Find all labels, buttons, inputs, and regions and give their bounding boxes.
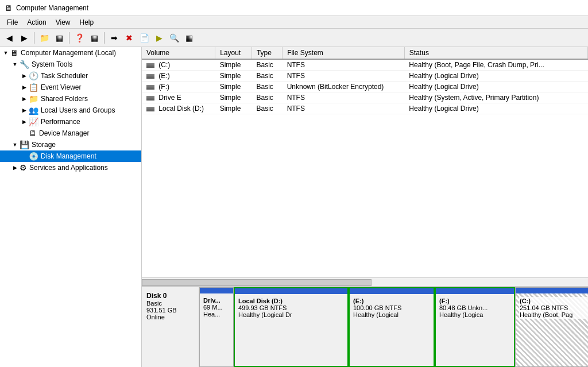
table-row[interactable]: Local Disk (D:) Simple Basic NTFS Health… [142, 103, 588, 114]
device-manager-label: Device Manager [39, 129, 89, 137]
partition-status: Healthy (Logica [439, 311, 510, 318]
table-row[interactable]: (C:) Simple Basic NTFS Healthy (Boot, Pa… [142, 59, 588, 71]
expand-local-users[interactable]: ▶ [20, 106, 29, 115]
task-scheduler-icon: 🕐 [29, 71, 38, 80]
disk-visualization: Disk 0 Basic 931.51 GB Online Driv... 69… [142, 287, 588, 367]
disk-label: Disk 0 Basic 931.51 GB Online [142, 287, 199, 367]
local-users-icon: 👥 [29, 106, 38, 115]
menu-file[interactable]: File [2, 17, 22, 28]
partition-name: (F:) [439, 298, 510, 304]
table-row[interactable]: (F:) Simple Basic Unknown (BitLocker Enc… [142, 82, 588, 92]
partition-name: Local Disk (D:) [238, 298, 344, 304]
partition-size: 499.93 GB NTFS [238, 304, 344, 311]
app-title: Computer Management [16, 4, 88, 12]
sidebar-item-local-users[interactable]: ▶ 👥 Local Users and Groups [0, 105, 141, 116]
view-button[interactable]: ▦ [87, 31, 101, 45]
storage-icon: 💾 [20, 140, 29, 149]
sidebar-item-storage[interactable]: ▼ 💾 Storage [0, 139, 141, 150]
partition-size: 69 M... [203, 304, 230, 311]
horizontal-scrollbar[interactable] [142, 277, 588, 287]
forward-button[interactable]: ▶ [17, 31, 31, 45]
col-volume[interactable]: Volume [142, 47, 215, 59]
disk-online-status: Online [146, 314, 194, 320]
disk-partition[interactable]: (F:) 80.48 GB Unkn... Healthy (Logica [435, 287, 515, 367]
sidebar-item-task-scheduler[interactable]: ▶ 🕐 Task Scheduler [0, 70, 141, 82]
partition-status: Healthy (Logical Dr [238, 311, 344, 318]
main-layout: ▼ 🖥 Computer Management (Local) ▼ 🔧 Syst… [0, 47, 588, 367]
local-users-label: Local Users and Groups [41, 106, 115, 114]
expand-event-viewer[interactable]: ▶ [20, 83, 29, 92]
table-area[interactable]: Volume Layout Type File System Status (C… [142, 47, 588, 277]
services-apps-label: Services and Applications [29, 164, 108, 172]
expand-root[interactable]: ▼ [1, 48, 10, 57]
expand-performance[interactable]: ▶ [20, 117, 29, 126]
system-tools-label: System Tools [32, 60, 72, 68]
sidebar-item-device-manager[interactable]: ▶ 🖥 Device Manager [0, 128, 141, 139]
col-type[interactable]: Type [252, 47, 282, 59]
disk-row: Disk 0 Basic 931.51 GB Online Driv... 69… [142, 287, 588, 367]
col-filesystem[interactable]: File System [283, 47, 405, 59]
col-layout[interactable]: Layout [215, 47, 252, 59]
shared-folders-icon: 📁 [29, 94, 38, 103]
disk-partition[interactable]: (C:) 251.04 GB NTFS Healthy (Boot, Pag [515, 287, 588, 367]
partition-name: Driv... [203, 297, 230, 304]
grid-button[interactable]: ▦ [52, 31, 66, 45]
cell-type: Basic [252, 92, 282, 103]
sidebar-item-shared-folders[interactable]: ▶ 📁 Shared Folders [0, 93, 141, 105]
table-row[interactable]: (E:) Simple Basic NTFS Healthy (Logical … [142, 71, 588, 82]
toolbar: ◀ ▶ 📁 ▦ ❓ ▦ ➡ ✖ 📄 ▶ 🔍 ▦ [0, 29, 588, 47]
search-button[interactable]: 🔍 [167, 31, 181, 45]
scroll-thumb[interactable] [142, 279, 372, 286]
disk-type: Basic [146, 300, 194, 307]
content-area: Volume Layout Type File System Status (C… [142, 47, 588, 367]
cell-filesystem: Unknown (BitLocker Encrypted) [283, 82, 405, 92]
sidebar-item-event-viewer[interactable]: ▶ 📋 Event Viewer [0, 82, 141, 93]
disk-table: Volume Layout Type File System Status (C… [142, 47, 588, 114]
back-button[interactable]: ◀ [2, 31, 16, 45]
disk-partition[interactable]: (E:) 100.00 GB NTFS Healthy (Logical [349, 287, 435, 367]
sidebar-item-services-apps[interactable]: ▶ ⚙ Services and Applications [0, 162, 141, 173]
cell-layout: Simple [215, 103, 252, 114]
disk-partition[interactable]: Driv... 69 M... Hea... [199, 287, 234, 367]
start-button[interactable]: ▶ [152, 31, 166, 45]
expand-system-tools[interactable]: ▼ [10, 60, 20, 69]
partition-size: 80.48 GB Unkn... [439, 304, 510, 311]
cell-filesystem: NTFS [283, 103, 405, 114]
folder-button[interactable]: 📁 [37, 31, 51, 45]
partition-status: Healthy (Boot, Pag [520, 311, 588, 318]
root-label: Computer Management (Local) [21, 49, 116, 57]
cell-layout: Simple [215, 59, 252, 71]
help-button[interactable]: ❓ [72, 31, 86, 45]
services-apps-icon: ⚙ [20, 163, 27, 172]
task-scheduler-label: Task Scheduler [41, 72, 88, 80]
disk-partition[interactable]: Local Disk (D:) 499.93 GB NTFS Healthy (… [234, 287, 349, 367]
menu-view[interactable]: View [51, 17, 75, 28]
expand-task-scheduler[interactable]: ▶ [20, 71, 29, 80]
cell-layout: Simple [215, 82, 252, 92]
action-button[interactable]: ➡ [107, 31, 121, 45]
sidebar-item-disk-management[interactable]: ▶ 💿 Disk Management [0, 150, 141, 162]
cell-volume: Local Disk (D:) [142, 103, 215, 114]
expand-shared-folders[interactable]: ▶ [20, 94, 29, 103]
sidebar-item-root[interactable]: ▼ 🖥 Computer Management (Local) [0, 47, 141, 59]
menu-bar: File Action View Help [0, 16, 588, 29]
sidebar-item-system-tools[interactable]: ▼ 🔧 System Tools [0, 59, 141, 70]
more-button[interactable]: ▦ [182, 31, 196, 45]
disk-partitions: Driv... 69 M... Hea... Local Disk (D:) 4… [199, 287, 588, 367]
expand-storage[interactable]: ▼ [10, 140, 20, 149]
expand-services-apps[interactable]: ▶ [10, 163, 20, 172]
toolbar-sep-1 [34, 32, 34, 44]
partition-name: (C:) [520, 298, 588, 304]
sidebar-item-performance[interactable]: ▶ 📈 Performance [0, 116, 141, 128]
performance-icon: 📈 [29, 117, 38, 126]
delete-button[interactable]: ✖ [122, 31, 136, 45]
menu-help[interactable]: Help [75, 17, 99, 28]
col-status[interactable]: Status [404, 47, 587, 59]
properties-button[interactable]: 📄 [137, 31, 151, 45]
cell-filesystem: NTFS [283, 92, 405, 103]
menu-action[interactable]: Action [22, 17, 51, 28]
table-row[interactable]: Drive E Simple Basic NTFS Healthy (Syste… [142, 92, 588, 103]
toolbar-sep-3 [104, 32, 105, 44]
cell-status: Healthy (System, Active, Primary Partiti… [404, 92, 587, 103]
title-bar: 🖥 Computer Management [0, 0, 588, 16]
